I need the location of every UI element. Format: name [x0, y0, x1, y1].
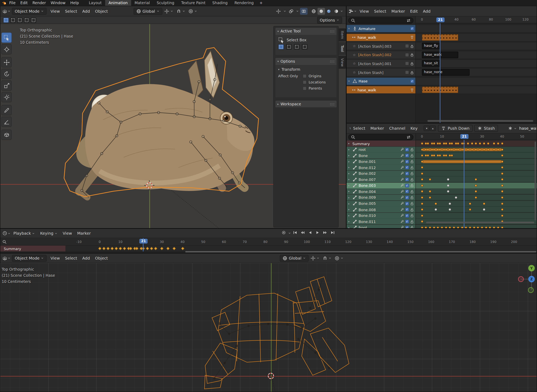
keyframe[interactable]	[421, 226, 423, 228]
keyframe[interactable]	[467, 148, 469, 151]
dope-channel-bone-007[interactable]: ▸Bone.007✓	[347, 177, 416, 182]
keyframe[interactable]	[469, 226, 471, 228]
timeline-keyframe[interactable]	[102, 247, 105, 250]
dope-channel-bone-012[interactable]: ▸Bone.012✓	[347, 165, 416, 170]
modifiers-icon[interactable]	[400, 177, 404, 182]
current-frame-badge[interactable]: 21	[139, 239, 147, 243]
timeline-keyframe[interactable]	[150, 247, 153, 250]
keyframe[interactable]	[479, 148, 481, 151]
timeline-keyframe[interactable]	[181, 247, 184, 250]
cursor-3d[interactable]	[265, 370, 276, 381]
track-enable-checkbox[interactable]	[405, 53, 409, 57]
lock-closed-icon[interactable]	[410, 70, 414, 75]
dope-menu-select[interactable]: Select	[351, 125, 368, 131]
keyframe[interactable]	[421, 154, 423, 157]
keyframe-hold-bar[interactable]	[422, 160, 502, 163]
lock-open-icon[interactable]	[410, 183, 414, 188]
dope-channel-bone-001[interactable]: ▸Bone.001✓	[347, 159, 416, 164]
nla-track-action-stash-002-3[interactable]: ☆[Action Stash].002	[347, 51, 416, 58]
timeline-keyframe[interactable]	[160, 247, 163, 250]
nla-track-action-stash-003-2[interactable]: ☆[Action Stash].003	[347, 42, 416, 50]
lock-open-icon[interactable]	[410, 177, 414, 182]
filter-sort-icon[interactable]	[406, 18, 411, 23]
tool-annotate[interactable]	[1, 105, 12, 115]
current-frame-badge[interactable]: 21	[436, 17, 444, 22]
nla-track-action-stash-001-4[interactable]: ☆[Action Stash].001	[347, 60, 416, 67]
transform-section-header[interactable]: ▾Transform	[276, 66, 337, 73]
sidebar-tab-tool[interactable]: Tool	[339, 42, 346, 55]
timeline-keyframe[interactable]	[172, 247, 176, 250]
modifiers-icon[interactable]	[400, 159, 404, 164]
channel-enable-checkbox[interactable]: ✓	[405, 172, 409, 175]
nla-playhead[interactable]	[440, 23, 440, 123]
nla-track-armature-0[interactable]: ▾Armature✓	[347, 25, 416, 32]
nla-editor-type-icon[interactable]	[349, 9, 353, 14]
tool-measure[interactable]	[1, 117, 12, 127]
dope-channel-bone[interactable]: ▸Bone✓	[347, 153, 416, 158]
keyframe[interactable]	[421, 208, 423, 211]
timeline-keyframe[interactable]	[119, 247, 122, 250]
keyframe[interactable]	[445, 226, 447, 228]
modifiers-icon[interactable]	[400, 165, 404, 170]
axis-y-neg-ball[interactable]	[528, 287, 533, 293]
modifiers-icon[interactable]	[400, 214, 404, 218]
dope-channel-bone-008[interactable]: ▸Bone.008✓	[347, 207, 416, 212]
keyframe[interactable]	[421, 196, 423, 199]
timeline-menu-keying[interactable]: Keying	[38, 230, 60, 236]
channel-enable-checkbox[interactable]: ✓	[405, 190, 409, 193]
vp-top-menu-add[interactable]: Add	[80, 8, 92, 14]
options-panel-header[interactable]: ▾Options	[276, 58, 337, 65]
channel-enable-checkbox[interactable]: ✓	[405, 220, 409, 223]
keyframe[interactable]	[493, 148, 495, 151]
vp-top-show-overlays-button[interactable]	[287, 8, 295, 15]
keyframe[interactable]	[473, 226, 475, 228]
workspace-tab-layout[interactable]: Layout	[86, 0, 105, 6]
filter-sort-icon[interactable]	[406, 135, 411, 140]
keyframe[interactable]	[501, 202, 503, 205]
workspace-tab-material[interactable]: Material	[131, 0, 153, 6]
nla-strip-hase-fly[interactable]: hase_fly	[422, 43, 440, 49]
channel-enable-checkbox[interactable]: ✓	[405, 202, 409, 205]
lock-closed-icon[interactable]	[410, 44, 414, 48]
vp-top-object-mode-dropdown[interactable]: Object Mode	[12, 8, 47, 15]
action-browse-dropdown[interactable]	[508, 126, 517, 131]
nla-track-hase-walk-1[interactable]: hase_walk	[347, 34, 416, 41]
view-menu-clipped[interactable]: w	[349, 125, 350, 131]
vp-top-menu-view[interactable]: View	[48, 8, 62, 14]
vp-top-menu-select[interactable]: Select	[62, 8, 80, 14]
modifiers-icon[interactable]	[400, 183, 404, 188]
viewport-canvas-bottom[interactable]: Y Z Top Orthographic (21) Scene Collecti…	[0, 263, 537, 392]
blender-logo-icon[interactable]	[2, 0, 7, 5]
keyframe[interactable]	[445, 148, 447, 151]
keyframe[interactable]	[469, 208, 471, 211]
channel-enable-checkbox[interactable]: ✓	[405, 148, 409, 151]
modifiers-icon[interactable]	[400, 201, 404, 205]
keyframe[interactable]	[441, 226, 443, 228]
lock-open-icon[interactable]	[410, 219, 414, 224]
keyframe[interactable]	[501, 196, 503, 199]
axis-x-neg-ball[interactable]	[518, 276, 523, 282]
keyframe[interactable]	[501, 184, 503, 187]
checkbox-parents[interactable]	[303, 86, 306, 90]
vp-top-shading-solid-button[interactable]	[318, 8, 325, 15]
collapse-channels-button[interactable]: ▾	[424, 126, 430, 131]
keyframe[interactable]	[421, 214, 423, 217]
vp-top-shading-material-preview-button[interactable]	[325, 8, 333, 15]
tool-cursor[interactable]	[1, 44, 12, 54]
timeline-summary-channel[interactable]: Summary	[0, 246, 66, 251]
keyframe[interactable]	[457, 226, 459, 228]
lock-open-icon[interactable]	[410, 208, 414, 212]
timeline-ruler[interactable]: -100102030405060708090100110120130140150…	[0, 238, 537, 246]
timeline-editor-type-icon[interactable]	[2, 231, 7, 236]
keyframe[interactable]	[427, 142, 429, 145]
nla-strip-region[interactable]: 020406080100120hase_flyhase_walkhase_sit…	[416, 16, 537, 123]
nla-search-box[interactable]	[348, 17, 413, 23]
keyframe[interactable]	[429, 196, 431, 199]
channel-enable-checkbox[interactable]: ✓	[405, 226, 409, 228]
channel-enable-checkbox[interactable]: ✓	[405, 166, 409, 169]
dope-horizontal-scrollbar[interactable]	[426, 222, 534, 223]
vp-top-pivot-dropdown[interactable]	[164, 9, 173, 14]
keyframe[interactable]	[497, 142, 499, 145]
transport-prev-keyframe-button[interactable]	[299, 230, 306, 236]
vp-bottom-snap-controls[interactable]	[323, 256, 331, 260]
